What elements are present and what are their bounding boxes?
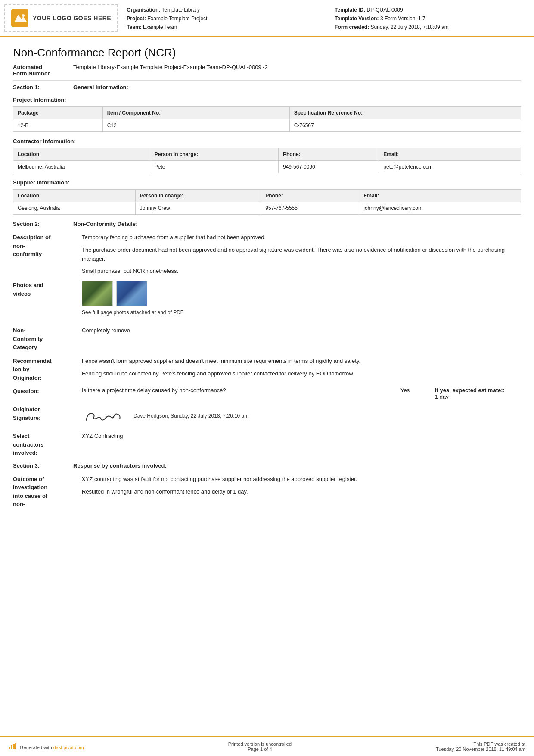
template-version-row: Template Version: 3 Form Version: 1.7 bbox=[335, 15, 525, 22]
form-number-row: AutomatedForm Number Template Library-Ex… bbox=[13, 64, 521, 77]
supplier-location-value: Geelong, Australia bbox=[13, 202, 136, 215]
question-label: Question: bbox=[13, 387, 82, 396]
form-created-label: Form created: bbox=[335, 24, 369, 30]
description-row: Description ofnon-conformity Temporary f… bbox=[13, 233, 521, 276]
footer-page-text: Page 1 of 4 bbox=[228, 747, 292, 752]
outcome-p1: XYZ contracting was at fault for not con… bbox=[82, 475, 521, 484]
supplier-col-email: Email: bbox=[359, 190, 521, 202]
recommendation-row: Recommendation byOriginator: Fence wasn'… bbox=[13, 357, 521, 382]
contractor-col-email: Email: bbox=[379, 148, 521, 161]
section1-header: Section 1: General Information: bbox=[13, 84, 521, 91]
template-id-value: DP-QUAL-0009 bbox=[367, 7, 403, 13]
contractor-table: Location: Person in charge: Phone: Email… bbox=[13, 148, 521, 173]
section3-label-text: Section 3: bbox=[13, 462, 40, 469]
organisation-value: Template Library bbox=[161, 7, 200, 13]
question-text: Is there a project time delay caused by … bbox=[82, 387, 392, 394]
project-table-header-row: Package Item / Component No: Specificati… bbox=[13, 107, 521, 119]
contractor-col-person: Person in charge: bbox=[150, 148, 278, 161]
report-title: Non-Conformance Report (NCR) bbox=[13, 46, 521, 59]
footer-left: Generated with dashpivot.com bbox=[9, 743, 84, 750]
photos-value: See full page photos attached at end of … bbox=[82, 281, 521, 321]
team-row: Team: Example Team bbox=[127, 23, 317, 31]
description-p2: The purchase order document had not been… bbox=[82, 246, 521, 264]
section3-header: Section 3: Response by contractors invol… bbox=[13, 462, 521, 469]
header: YOUR LOGO GOES HERE Organisation: Templa… bbox=[0, 0, 534, 37]
content: Non-Conformance Report (NCR) AutomatedFo… bbox=[0, 37, 534, 736]
recommendation-p1: Fence wasn't form approved supplier and … bbox=[82, 357, 521, 366]
question-content: Is there a project time delay caused by … bbox=[82, 387, 521, 400]
question-answer: Yes bbox=[400, 387, 426, 394]
project-label: Project: bbox=[127, 16, 146, 22]
contractor-email-value: pete@petefence.com bbox=[379, 161, 521, 173]
footer-pdf-created-date: Tuesday, 20 November 2018, 11:49:04 am bbox=[436, 747, 525, 752]
template-version-label: Template Version: bbox=[335, 16, 379, 22]
recommendation-p2: Fencing should be collected by Pete's fe… bbox=[82, 369, 521, 378]
description-p3: Small purchase, but NCR nonetheless. bbox=[82, 267, 521, 276]
form-number-label: AutomatedForm Number bbox=[13, 64, 73, 77]
description-label-text: Description ofnon-conformity bbox=[13, 234, 50, 257]
section2-label-text: Section 2: bbox=[13, 221, 40, 227]
outcome-row: Outcome ofinvestigationinto cause ofnon-… bbox=[13, 475, 521, 509]
contractor-person-value: Pete bbox=[150, 161, 278, 173]
description-label: Description ofnon-conformity bbox=[13, 233, 82, 276]
project-table-row: 12-B C12 C-76567 bbox=[13, 119, 521, 132]
footer-right: This PDF was created at Tuesday, 20 Nove… bbox=[436, 741, 525, 752]
signature-image bbox=[82, 405, 125, 427]
photos-label-text: Photos andvideos bbox=[13, 282, 43, 297]
contractor-phone-value: 949-567-0090 bbox=[279, 161, 379, 173]
footer-printed-text: Printed version is uncontrolled bbox=[228, 741, 292, 747]
question-expected: If yes, expected estimate:: 1 day bbox=[435, 387, 521, 400]
section1-title: General Information: bbox=[73, 84, 128, 91]
contractors-value: XYZ Contracting bbox=[82, 432, 521, 457]
originator-sig-text: Dave Hodgson, Sunday, 22 July 2018, 7:26… bbox=[134, 412, 248, 420]
originator-sig-label-text: OriginatorSignature: bbox=[13, 406, 40, 421]
form-created-value: Sunday, 22 July 2018, 7:18:09 am bbox=[370, 24, 448, 30]
supplier-table-row: Geelong, Australia Johnny Crew 957-767-5… bbox=[13, 202, 521, 215]
recommendation-label-text: Recommendation byOriginator: bbox=[13, 358, 52, 381]
question-expected-value: 1 day bbox=[435, 394, 449, 400]
supplier-person-value: Johnny Crew bbox=[135, 202, 261, 215]
originator-sig-row: OriginatorSignature: Dave Hodgson, Sunda… bbox=[13, 405, 521, 427]
supplier-table: Location: Person in charge: Phone: Email… bbox=[13, 189, 521, 215]
logo-text: YOUR LOGO GOES HERE bbox=[33, 15, 111, 22]
originator-sig-value: Dave Hodgson, Sunday, 22 July 2018, 7:26… bbox=[82, 405, 521, 427]
contractor-col-location: Location: bbox=[13, 148, 150, 161]
section1-label-text: Section 1: bbox=[13, 84, 40, 91]
project-value: Example Template Project bbox=[147, 16, 207, 22]
project-spec-value: C-76567 bbox=[289, 119, 521, 132]
project-info-title: Project Information: bbox=[13, 97, 521, 103]
footer-generated-link[interactable]: dashpivot.com bbox=[53, 745, 84, 750]
photos-label: Photos andvideos bbox=[13, 281, 82, 321]
photo-thumb-1 bbox=[82, 281, 113, 306]
footer-center: Printed version is uncontrolled Page 1 o… bbox=[228, 741, 292, 752]
template-id-label: Template ID: bbox=[335, 7, 365, 13]
divider-1 bbox=[13, 80, 521, 81]
page: YOUR LOGO GOES HERE Organisation: Templa… bbox=[0, 0, 534, 756]
organisation-label: Organisation: bbox=[127, 7, 160, 13]
svg-rect-4 bbox=[13, 744, 15, 749]
supplier-phone-value: 957-767-5555 bbox=[261, 202, 359, 215]
footer: Generated with dashpivot.com Printed ver… bbox=[0, 736, 534, 756]
section2-header: Section 2: Non-Conformity Details: bbox=[13, 221, 521, 227]
project-row: Project: Example Template Project bbox=[127, 15, 317, 22]
photos-container bbox=[82, 281, 521, 306]
signature-svg bbox=[82, 405, 125, 427]
supplier-col-phone: Phone: bbox=[261, 190, 359, 202]
section2-title: Non-Conformity Details: bbox=[73, 221, 138, 227]
supplier-email-value: johnny@fencedlivery.com bbox=[359, 202, 521, 215]
svg-rect-3 bbox=[11, 745, 12, 749]
logo-icon bbox=[11, 9, 28, 27]
nonconformity-category-label-text: Non-ConformityCategory bbox=[13, 327, 43, 350]
question-label-text: Question: bbox=[13, 388, 39, 394]
form-version-value: 1.7 bbox=[418, 16, 425, 22]
nonconformity-category-row: Non-ConformityCategory Completely remove bbox=[13, 326, 521, 352]
originator-sig-label: OriginatorSignature: bbox=[13, 405, 82, 427]
contractor-col-phone: Phone: bbox=[279, 148, 379, 161]
outcome-value: XYZ contracting was at fault for not con… bbox=[82, 475, 521, 509]
svg-rect-2 bbox=[9, 747, 10, 749]
photo-thumb-2 bbox=[116, 281, 147, 306]
contractor-location-value: Melbourne, Australia bbox=[13, 161, 150, 173]
footer-generated-text: Generated with bbox=[20, 745, 52, 750]
section3-title: Response by contractors involved: bbox=[73, 462, 167, 469]
contractors-label: Selectcontractorsinvolved: bbox=[13, 432, 82, 457]
